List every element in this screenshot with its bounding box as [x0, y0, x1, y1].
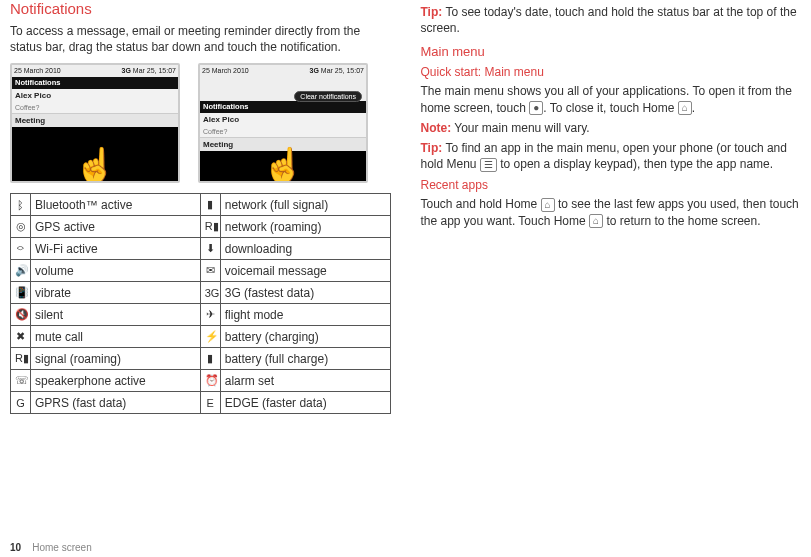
p2-contact-row: Alex Pico — [200, 113, 366, 127]
page-footer: 10 Home screen — [10, 542, 92, 553]
p1-contact-name: Alex Pico — [15, 91, 51, 100]
p1-status-time: Mar 25, 15:07 — [133, 67, 176, 74]
hand-icon: ☝ — [74, 145, 116, 183]
p2-status-bar: 25 March 2010 3G Mar 25, 15:07 — [200, 65, 366, 77]
recent-text-c: to return to the home screen. — [603, 214, 760, 228]
status-label: 3G (fastest data) — [220, 282, 390, 304]
p2-status-date: 25 March 2010 — [202, 65, 249, 77]
status-label: mute call — [31, 326, 201, 348]
home-icon-3: ⌂ — [589, 214, 603, 228]
tip-date-text: To see today's date, touch and hold the … — [421, 5, 797, 35]
note-label: Note: — [421, 121, 452, 135]
status-label: signal (roaming) — [31, 348, 201, 370]
status-icon: ▮ — [200, 194, 220, 216]
p1-contact-sub: Coffee? — [12, 103, 178, 113]
p1-status-date: 25 March 2010 — [14, 65, 61, 77]
phone-screenshot-1: 25 March 2010 3G Mar 25, 15:07 Notificat… — [10, 63, 180, 183]
p1-notifications-bar: Notifications — [12, 77, 178, 89]
status-label: silent — [31, 304, 201, 326]
status-icon: G — [11, 392, 31, 414]
left-column: Notifications To access a message, email… — [10, 0, 395, 557]
table-row: ᛒBluetooth™ active▮network (full signal) — [11, 194, 391, 216]
status-icon: 🔊 — [11, 260, 31, 282]
status-label: network (full signal) — [220, 194, 390, 216]
status-label: battery (charging) — [220, 326, 390, 348]
status-icon: 3G — [200, 282, 220, 304]
status-icon: R▮ — [200, 216, 220, 238]
table-row: ⌔Wi-Fi active⬇downloading — [11, 238, 391, 260]
status-icon: ✉ — [200, 260, 220, 282]
status-icons-tbody: ᛒBluetooth™ active▮network (full signal)… — [11, 194, 391, 414]
status-label: network (roaming) — [220, 216, 390, 238]
menu-icon: ☰ — [480, 158, 497, 172]
page-number: 10 — [10, 542, 21, 553]
status-label: vibrate — [31, 282, 201, 304]
mm-text-b: . To close it, touch Home — [543, 101, 678, 115]
phone-screenshot-2: 25 March 2010 3G Mar 25, 15:07 Clear not… — [198, 63, 368, 183]
home-icon: ⌂ — [678, 101, 692, 115]
main-menu-intro: The main menu shows you all of your appl… — [421, 83, 802, 115]
status-label: flight mode — [220, 304, 390, 326]
status-label: GPRS (fast data) — [31, 392, 201, 414]
clear-notifications-button[interactable]: Clear notifications — [294, 91, 362, 102]
p2-sub-text: Coffee? — [203, 128, 227, 135]
p2-contact-name: Alex Pico — [203, 115, 239, 124]
tip2-text-b: to open a display keypad), then type the… — [497, 157, 773, 171]
menu-dot-icon: ● — [529, 101, 543, 115]
table-row: ◎GPS activeR▮network (roaming) — [11, 216, 391, 238]
p2-net: 3G — [310, 67, 319, 74]
status-icon: 🔇 — [11, 304, 31, 326]
p2-notifications-bar: Notifications — [200, 101, 366, 113]
status-icon: ⏰ — [200, 370, 220, 392]
p1-net: 3G — [122, 67, 131, 74]
status-label: Wi-Fi active — [31, 238, 201, 260]
quick-start-heading: Quick start: Main menu — [421, 65, 802, 79]
p2-status-time: Mar 25, 15:07 — [321, 67, 364, 74]
status-icon: ✖ — [11, 326, 31, 348]
status-icon: ▮ — [200, 348, 220, 370]
status-label: EDGE (faster data) — [220, 392, 390, 414]
status-icon: R▮ — [11, 348, 31, 370]
recent-text-a: Touch and hold Home — [421, 197, 541, 211]
notifications-intro: To access a message, email or meeting re… — [10, 23, 391, 55]
table-row: ✖mute call⚡battery (charging) — [11, 326, 391, 348]
status-label: voicemail message — [220, 260, 390, 282]
p1-meeting-row: Meeting — [12, 113, 178, 127]
footer-label: Home screen — [32, 542, 91, 553]
status-label: battery (full charge) — [220, 348, 390, 370]
table-row: R▮signal (roaming)▮battery (full charge) — [11, 348, 391, 370]
status-icon: ᛒ — [11, 194, 31, 216]
note-line: Note: Your main menu will vary. — [421, 120, 802, 136]
table-row: 📳vibrate3G3G (fastest data) — [11, 282, 391, 304]
notifications-heading: Notifications — [10, 0, 391, 17]
p2-contact-sub: Coffee? — [200, 127, 366, 137]
status-label: volume — [31, 260, 201, 282]
status-icon: 📳 — [11, 282, 31, 304]
tip-find-app: Tip: To find an app in the main menu, op… — [421, 140, 802, 172]
hand-icon-2: ☝ — [262, 145, 304, 183]
status-label: GPS active — [31, 216, 201, 238]
tip-label: Tip: — [421, 5, 443, 19]
status-icons-table: ᛒBluetooth™ active▮network (full signal)… — [10, 193, 391, 414]
p1-contact-row: Alex Pico — [12, 89, 178, 103]
status-label: Bluetooth™ active — [31, 194, 201, 216]
status-icon: ◎ — [11, 216, 31, 238]
p1-status-bar: 25 March 2010 3G Mar 25, 15:07 — [12, 65, 178, 77]
main-menu-heading: Main menu — [421, 44, 802, 59]
phone-illustrations: 25 March 2010 3G Mar 25, 15:07 Notificat… — [10, 63, 391, 183]
status-icon: ⬇ — [200, 238, 220, 260]
right-column: Tip: To see today's date, touch and hold… — [421, 0, 802, 557]
recent-apps-text: Touch and hold Home ⌂ to see the last fe… — [421, 196, 802, 228]
mm-text-c: . — [692, 101, 695, 115]
status-icon: ⚡ — [200, 326, 220, 348]
table-row: ☏speakerphone active⏰alarm set — [11, 370, 391, 392]
table-row: GGPRS (fast data)EEDGE (faster data) — [11, 392, 391, 414]
tip-date: Tip: To see today's date, touch and hold… — [421, 4, 802, 36]
table-row: 🔊volume✉voicemail message — [11, 260, 391, 282]
status-icon: ✈ — [200, 304, 220, 326]
table-row: 🔇silent✈flight mode — [11, 304, 391, 326]
tip2-label: Tip: — [421, 141, 443, 155]
status-label: downloading — [220, 238, 390, 260]
status-label: speakerphone active — [31, 370, 201, 392]
recent-apps-heading: Recent apps — [421, 178, 802, 192]
